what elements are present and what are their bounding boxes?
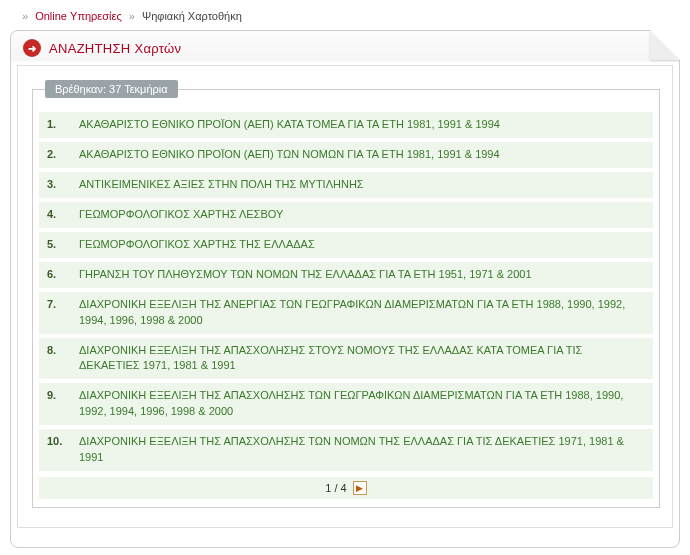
- result-title-link[interactable]: ΓΗΡΑΝΣΗ ΤΟΥ ΠΛΗΘΥΣΜΟΥ ΤΩΝ ΝΟΜΩΝ ΤΗΣ ΕΛΛΑ…: [79, 267, 532, 283]
- breadcrumb: » Online Υπηρεσίες » Ψηφιακή Χαρτοθήκη: [0, 0, 690, 30]
- result-row: 9.ΔΙΑΧΡΟΝΙΚΗ ΕΞΕΛΙΞΗ ΤΗΣ ΑΠΑΣΧΟΛΗΣΗΣ ΤΩΝ…: [39, 383, 653, 425]
- breadcrumb-online-services[interactable]: Online Υπηρεσίες: [35, 10, 122, 22]
- result-number: 4.: [47, 207, 69, 223]
- result-title-link[interactable]: ΔΙΑΧΡΟΝΙΚΗ ΕΞΕΛΙΞΗ ΤΗΣ ΑΠΑΣΧΟΛΗΣΗΣ ΤΩΝ Ν…: [79, 434, 645, 466]
- result-number: 5.: [47, 237, 69, 253]
- result-title-link[interactable]: ΔΙΑΧΡΟΝΙΚΗ ΕΞΕΛΙΞΗ ΤΗΣ ΑΠΑΣΧΟΛΗΣΗΣ ΤΩΝ Γ…: [79, 388, 645, 420]
- result-row: 10.ΔΙΑΧΡΟΝΙΚΗ ΕΞΕΛΙΞΗ ΤΗΣ ΑΠΑΣΧΟΛΗΣΗΣ ΤΩ…: [39, 429, 653, 471]
- breadcrumb-sep: »: [22, 10, 28, 22]
- result-title-link[interactable]: ΓΕΩΜΟΡΦΟΛΟΓΙΚΟΣ ΧΑΡΤΗΣ ΛΕΣΒΟΥ: [79, 207, 283, 223]
- results-panel: ➜ ΑΝΑΖΗΤΗΣΗ Χαρτών Βρέθηκαν: 37 Τεκμήρια…: [10, 30, 680, 548]
- result-row: 8.ΔΙΑΧΡΟΝΙΚΗ ΕΞΕΛΙΞΗ ΤΗΣ ΑΠΑΣΧΟΛΗΣΗΣ ΣΤΟ…: [39, 338, 653, 380]
- result-title-link[interactable]: ΑΚΑΘΑΡΙΣΤΟ ΕΘΝΙΚΟ ΠΡΟΪΟΝ (ΑΕΠ) ΚΑΤΑ ΤΟΜΕ…: [79, 117, 500, 133]
- result-row: 2.ΑΚΑΘΑΡΙΣΤΟ ΕΘΝΙΚΟ ΠΡΟΪΟΝ (ΑΕΠ) ΤΩΝ ΝΟΜ…: [39, 142, 653, 168]
- breadcrumb-digital-maps: Ψηφιακή Χαρτοθήκη: [142, 10, 242, 22]
- panel-title: ΑΝΑΖΗΤΗΣΗ Χαρτών: [49, 41, 181, 56]
- pager-text: 1 / 4: [325, 482, 346, 494]
- result-row: 7.ΔΙΑΧΡΟΝΙΚΗ ΕΞΕΛΙΞΗ ΤΗΣ ΑΝΕΡΓΙΑΣ ΤΩΝ ΓΕ…: [39, 292, 653, 334]
- result-title-link[interactable]: ΑΚΑΘΑΡΙΣΤΟ ΕΘΝΙΚΟ ΠΡΟΪΟΝ (ΑΕΠ) ΤΩΝ ΝΟΜΩΝ…: [79, 147, 500, 163]
- pager-next-button[interactable]: ▶: [353, 481, 367, 495]
- panel-header: ➜ ΑΝΑΖΗΤΗΣΗ Χαρτών: [17, 31, 673, 63]
- result-title-link[interactable]: ΓΕΩΜΟΡΦΟΛΟΓΙΚΟΣ ΧΑΡΤΗΣ ΤΗΣ ΕΛΛΑΔΑΣ: [79, 237, 315, 253]
- result-row: 4.ΓΕΩΜΟΡΦΟΛΟΓΙΚΟΣ ΧΑΡΤΗΣ ΛΕΣΒΟΥ: [39, 202, 653, 228]
- arrow-circle-icon: ➜: [23, 39, 41, 57]
- result-row: 3.ΑΝΤΙΚΕΙΜΕΝΙΚΕΣ ΑΞΙΕΣ ΣΤΗΝ ΠΟΛΗ ΤΗΣ ΜΥΤ…: [39, 172, 653, 198]
- page-fold-decoration: [650, 30, 680, 60]
- results-fieldset: Βρέθηκαν: 37 Τεκμήρια 1.ΑΚΑΘΑΡΙΣΤΟ ΕΘΝΙΚ…: [32, 80, 660, 508]
- result-row: 6.ΓΗΡΑΝΣΗ ΤΟΥ ΠΛΗΘΥΣΜΟΥ ΤΩΝ ΝΟΜΩΝ ΤΗΣ ΕΛ…: [39, 262, 653, 288]
- result-title-link[interactable]: ΔΙΑΧΡΟΝΙΚΗ ΕΞΕΛΙΞΗ ΤΗΣ ΑΝΕΡΓΙΑΣ ΤΩΝ ΓΕΩΓ…: [79, 297, 645, 329]
- result-number: 8.: [47, 343, 69, 359]
- results-scroll-area[interactable]: Βρέθηκαν: 37 Τεκμήρια 1.ΑΚΑΘΑΡΙΣΤΟ ΕΘΝΙΚ…: [17, 65, 673, 528]
- result-number: 2.: [47, 147, 69, 163]
- result-number: 10.: [47, 434, 69, 450]
- result-title-link[interactable]: ΔΙΑΧΡΟΝΙΚΗ ΕΞΕΛΙΞΗ ΤΗΣ ΑΠΑΣΧΟΛΗΣΗΣ ΣΤΟΥΣ…: [79, 343, 645, 375]
- pager: 1 / 4 ▶: [39, 477, 653, 499]
- result-title-link[interactable]: ΑΝΤΙΚΕΙΜΕΝΙΚΕΣ ΑΞΙΕΣ ΣΤΗΝ ΠΟΛΗ ΤΗΣ ΜΥΤΙΛ…: [79, 177, 364, 193]
- breadcrumb-sep: »: [129, 10, 135, 22]
- result-number: 9.: [47, 388, 69, 404]
- result-row: 5.ΓΕΩΜΟΡΦΟΛΟΓΙΚΟΣ ΧΑΡΤΗΣ ΤΗΣ ΕΛΛΑΔΑΣ: [39, 232, 653, 258]
- results-count-legend: Βρέθηκαν: 37 Τεκμήρια: [45, 80, 178, 98]
- results-list: 1.ΑΚΑΘΑΡΙΣΤΟ ΕΘΝΙΚΟ ΠΡΟΪΟΝ (ΑΕΠ) ΚΑΤΑ ΤΟ…: [37, 112, 655, 471]
- result-number: 3.: [47, 177, 69, 193]
- result-row: 1.ΑΚΑΘΑΡΙΣΤΟ ΕΘΝΙΚΟ ΠΡΟΪΟΝ (ΑΕΠ) ΚΑΤΑ ΤΟ…: [39, 112, 653, 138]
- result-number: 1.: [47, 117, 69, 133]
- result-number: 7.: [47, 297, 69, 313]
- result-number: 6.: [47, 267, 69, 283]
